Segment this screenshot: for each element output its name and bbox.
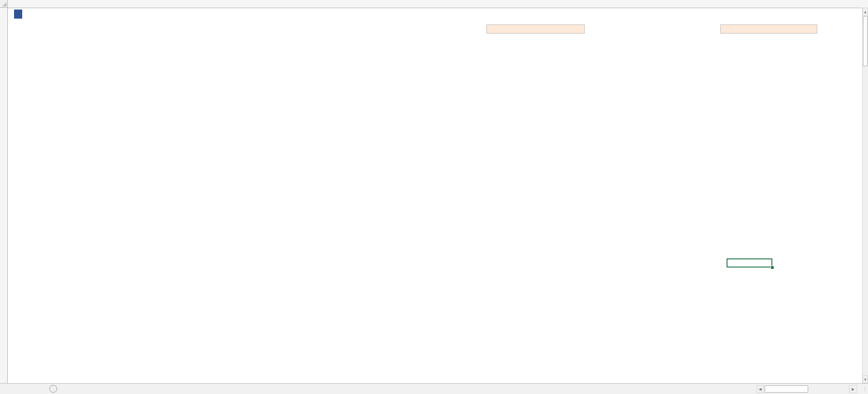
scroll-right-button[interactable]: ▶ xyxy=(849,385,857,393)
scroll-up-button[interactable]: ▲ xyxy=(863,8,868,15)
low-assumption-input[interactable] xyxy=(486,24,585,34)
title-accent-square xyxy=(14,10,22,19)
scroll-down-button[interactable]: ▼ xyxy=(863,375,868,383)
vertical-scrollbar[interactable]: ▲ ▼ xyxy=(862,8,868,383)
resize-grip-icon[interactable]: ⋮ xyxy=(863,386,867,391)
selected-cell-indicator xyxy=(727,258,772,268)
horizontal-scroll-thumb[interactable] xyxy=(765,385,808,393)
sheet-nav-prev-icon[interactable] xyxy=(0,384,12,394)
row-header-strip xyxy=(0,8,8,383)
sheet-tab-bar xyxy=(0,383,868,394)
add-sheet-button[interactable] xyxy=(47,384,59,394)
horizontal-scrollbar[interactable]: ◀ ▶ ⋮ xyxy=(756,383,868,394)
excel-window: ▲ ▼ ◀ ▶ ⋮ xyxy=(0,0,868,394)
column-header-strip xyxy=(0,0,868,8)
sheet-overflow-left[interactable] xyxy=(24,384,35,394)
moderate-assumption-input[interactable] xyxy=(720,24,817,34)
fill-handle[interactable] xyxy=(771,266,774,269)
vertical-scroll-thumb[interactable] xyxy=(863,16,868,66)
select-all-corner[interactable] xyxy=(0,0,8,8)
sheet-overflow-right[interactable] xyxy=(35,384,47,394)
scroll-left-button[interactable]: ◀ xyxy=(756,385,764,393)
sheet-nav-next-icon[interactable] xyxy=(12,384,24,394)
